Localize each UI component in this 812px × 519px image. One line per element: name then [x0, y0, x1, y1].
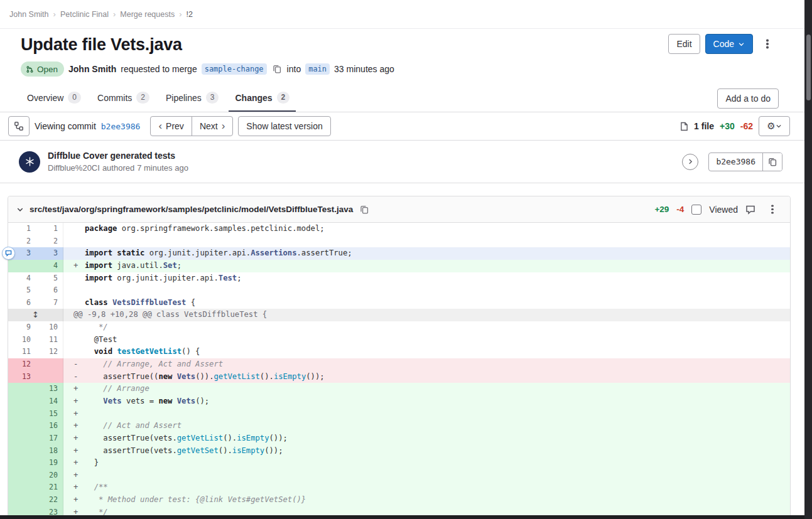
code-token: (). [223, 434, 237, 442]
diff-line: 18+ assertTrue(vets.getVetSet().isEmpty(… [8, 445, 790, 457]
old-line-number[interactable]: 2 [8, 235, 36, 248]
author-name[interactable]: John Smith [68, 64, 116, 74]
tab-overview[interactable]: Overview0 [21, 85, 87, 112]
new-line-number[interactable]: 11 [36, 334, 63, 346]
old-line-number[interactable] [8, 408, 36, 420]
new-line-number[interactable]: 6 [36, 284, 63, 297]
next-commit-button[interactable]: Next › [192, 116, 233, 136]
diff-sign: + [73, 445, 85, 457]
new-line-number[interactable]: 21 [36, 481, 63, 494]
old-line-number[interactable] [8, 260, 36, 272]
new-line-number[interactable]: 3 [36, 247, 63, 260]
old-line-number[interactable]: 9 [8, 321, 36, 334]
new-line-number[interactable]: 4 [36, 260, 63, 272]
code-token: org.springframework.samples.petclinic.mo… [117, 224, 324, 233]
viewed-checkbox[interactable] [691, 205, 701, 215]
files-count: 1 file [694, 121, 714, 131]
new-line-number[interactable]: 5 [36, 272, 63, 285]
diff-sign: - [73, 358, 85, 371]
old-line-number[interactable] [8, 494, 36, 506]
diff-line: 33import static org.junit.jupiter.api.As… [8, 247, 790, 260]
show-latest-version-button[interactable]: Show latest version [238, 116, 330, 136]
new-line-number[interactable]: 20 [36, 469, 63, 482]
file-options-button[interactable] [763, 200, 782, 220]
new-line-number[interactable]: 13 [36, 383, 63, 395]
new-line-number[interactable]: 19 [36, 457, 63, 469]
new-line-number[interactable] [36, 371, 63, 383]
commit-author[interactable]: Diffblue%20CI [48, 163, 100, 173]
code-token: VetsDiffblueTest [112, 298, 186, 307]
new-line-number[interactable]: 22 [36, 494, 63, 506]
viewing-commit-sha-link[interactable]: b2ee3986 [101, 122, 141, 131]
copy-commit-sha-button[interactable] [762, 153, 782, 171]
code-button[interactable]: Code [705, 34, 753, 54]
commit-title[interactable]: Diffblue Cover generated tests [48, 151, 188, 161]
old-line-number[interactable] [8, 445, 36, 457]
copy-icon [768, 158, 777, 166]
new-line-number[interactable]: 10 [36, 321, 63, 334]
scrollbar-thumb[interactable] [806, 35, 811, 100]
expand-icon: ↕ [32, 309, 39, 321]
prev-commit-button[interactable]: ‹ Prev [150, 116, 192, 136]
old-line-number[interactable] [8, 420, 36, 432]
add-todo-button[interactable]: Add a to do [717, 88, 779, 109]
breadcrumb-separator: › [113, 9, 116, 19]
breadcrumb-item[interactable]: !2 [187, 10, 193, 19]
diff-line: 910 */ [8, 321, 790, 334]
code-token: import [85, 274, 112, 282]
edit-button[interactable]: Edit [668, 34, 700, 54]
old-line-number[interactable] [8, 432, 36, 445]
next-commit-circle-button[interactable] [682, 154, 698, 170]
old-line-number[interactable]: 12 [8, 358, 36, 371]
old-line-number[interactable]: 5 [8, 284, 36, 297]
new-line-number[interactable]: 17 [36, 432, 63, 445]
diff-line: 16+ // Act and Assert [8, 420, 790, 432]
old-line-number[interactable] [8, 395, 36, 408]
code-token: (). [219, 446, 232, 455]
old-line-number[interactable] [8, 383, 36, 395]
target-branch-label[interactable]: main [305, 63, 330, 75]
breadcrumb-item[interactable]: John Smith [9, 10, 49, 19]
copy-file-path-button[interactable] [359, 205, 370, 214]
viewed-label: Viewed [709, 205, 738, 215]
old-line-number[interactable]: 13 [8, 371, 36, 383]
diff-settings-button[interactable]: ⚙ [759, 116, 790, 136]
old-line-number[interactable] [8, 469, 36, 482]
mr-tabs: Overview0Commits2Pipelines3Changes2 [21, 85, 300, 112]
code-token: assertTrue(vets. [85, 446, 177, 455]
old-line-number[interactable] [8, 457, 36, 469]
new-line-number[interactable] [36, 358, 63, 371]
code-token: ; [237, 274, 241, 282]
more-actions-button[interactable] [758, 34, 777, 54]
diff-line: 19+ } [8, 457, 790, 469]
old-line-number[interactable]: 1 [8, 223, 36, 235]
breadcrumb-item[interactable]: Petclinic Final [60, 10, 109, 19]
new-line-number[interactable]: 14 [36, 395, 63, 408]
collapse-file-chevron-icon[interactable] [16, 206, 24, 213]
source-branch-label[interactable]: sample-change [202, 63, 267, 75]
new-line-number[interactable]: 1 [36, 223, 63, 235]
scrollbar-track[interactable] [804, 0, 812, 519]
file-path[interactable]: src/test/java/org/springframework/sample… [30, 205, 353, 214]
new-line-number[interactable]: 18 [36, 445, 63, 457]
tab-changes[interactable]: Changes2 [229, 85, 296, 112]
tab-pipelines[interactable]: Pipelines3 [160, 85, 225, 112]
code-token: * Method under test: {@link Vets#getVetS… [85, 495, 306, 504]
old-line-number[interactable] [8, 481, 36, 494]
new-line-number[interactable]: 2 [36, 235, 63, 248]
new-line-number[interactable]: 15 [36, 408, 63, 420]
breadcrumb-item[interactable]: Merge requests [120, 10, 175, 19]
old-line-number[interactable]: 6 [8, 297, 36, 309]
old-line-number[interactable]: 11 [8, 346, 36, 358]
old-line-number[interactable]: 4 [8, 272, 36, 285]
new-line-number[interactable]: 16 [36, 420, 63, 432]
new-line-number[interactable]: 7 [36, 297, 63, 309]
comment-icon[interactable] [745, 205, 755, 215]
new-line-number[interactable]: 12 [36, 346, 63, 358]
copy-branch-name-button[interactable] [271, 65, 283, 73]
file-tree-toggle-button[interactable] [8, 116, 30, 136]
diff-sign: + [73, 260, 85, 272]
expand-lines-button[interactable]: ↕ [8, 309, 63, 321]
tab-commits[interactable]: Commits2 [91, 85, 156, 112]
old-line-number[interactable]: 10 [8, 334, 36, 346]
